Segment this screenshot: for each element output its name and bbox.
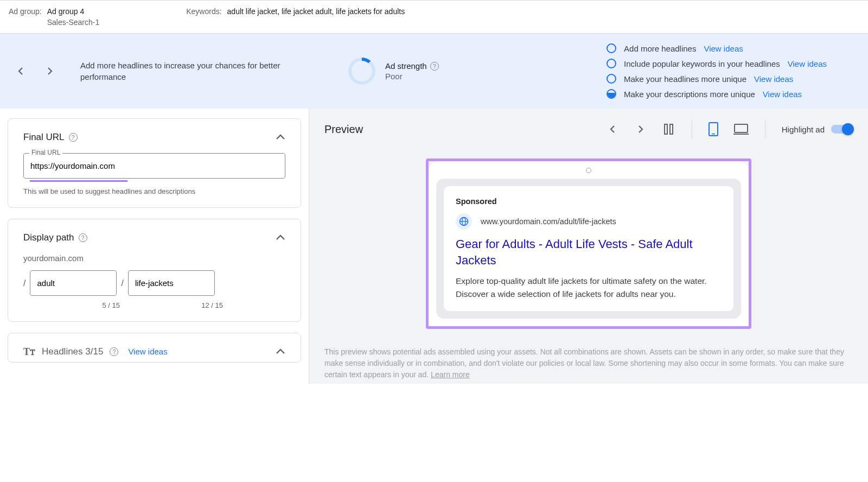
- strength-prev-button[interactable]: [14, 65, 27, 78]
- collapse-button[interactable]: [276, 345, 285, 358]
- help-icon[interactable]: ?: [110, 347, 118, 356]
- strength-value: Poor: [385, 72, 439, 81]
- globe-icon: [456, 213, 472, 230]
- keywords-value: adult life jacket, life jacket adult, li…: [227, 7, 405, 27]
- final-url-helper: This will be used to suggest headlines a…: [23, 187, 285, 195]
- suggestion-unique-headlines: Make your headlines more unique: [624, 74, 746, 84]
- top-info-bar: Ad group: Ad group 4 Sales-Search-1 Keyw…: [0, 0, 868, 33]
- sponsored-label: Sponsored: [456, 197, 722, 206]
- ad-preview-highlight: Sponsored www.yourdomain.com/adult/life-…: [426, 158, 751, 329]
- help-icon[interactable]: ?: [69, 133, 78, 142]
- preview-next-button[interactable]: [634, 123, 647, 136]
- text-icon: Tᴛ: [23, 346, 35, 358]
- preview-title: Preview: [324, 123, 363, 136]
- phone-frame: Sponsored www.yourdomain.com/adult/life-…: [429, 161, 749, 326]
- ad-description: Explore top-quality adult life jackets f…: [456, 275, 722, 300]
- strength-suggestions: Add more headlines View ideas Include po…: [607, 43, 859, 99]
- strength-ring-icon: [348, 58, 375, 85]
- highlight-ad-label: Highlight ad: [782, 125, 825, 134]
- left-form-panel: Final URL ? Final URL This will be used …: [0, 109, 309, 384]
- path-separator: /: [23, 278, 25, 288]
- collapse-button[interactable]: [276, 231, 285, 244]
- preview-panel: Preview: [309, 109, 868, 384]
- columns-icon[interactable]: [662, 123, 675, 136]
- display-path-card: Display path ? yourdomain.com / /: [8, 219, 301, 322]
- headlines-title: Headlines 3/15: [42, 346, 103, 357]
- status-circle-icon: [607, 43, 616, 53]
- path2-input[interactable]: [129, 271, 214, 295]
- view-ideas-link[interactable]: View ideas: [704, 44, 743, 53]
- path1-char-count: 5 / 15: [33, 301, 120, 309]
- strength-message: Add more headlines to increase your chan…: [75, 60, 303, 83]
- strength-label: Ad strength ?: [385, 61, 439, 71]
- collapse-button[interactable]: [276, 131, 285, 143]
- svg-rect-1: [712, 134, 715, 135]
- learn-more-link[interactable]: Learn more: [431, 370, 470, 379]
- svg-rect-3: [733, 134, 749, 135]
- view-ideas-link[interactable]: View ideas: [754, 74, 793, 84]
- svg-rect-2: [735, 124, 748, 132]
- ad-strength-panel: Add more headlines to increase your chan…: [0, 33, 868, 109]
- highlight-ad-toggle[interactable]: [831, 125, 853, 134]
- final-url-input[interactable]: [24, 154, 285, 178]
- mobile-device-button[interactable]: [709, 122, 718, 136]
- strength-next-button[interactable]: [43, 65, 56, 78]
- status-circle-icon: [607, 74, 616, 84]
- keywords-label: Keywords:: [186, 7, 221, 27]
- desktop-device-button[interactable]: [733, 123, 749, 135]
- headlines-view-ideas-link[interactable]: View ideas: [128, 347, 167, 356]
- ad-group-label: Ad group:: [9, 7, 42, 27]
- view-ideas-link[interactable]: View ideas: [788, 59, 827, 68]
- ad-group-name: Ad group 4: [47, 7, 100, 16]
- phone-camera-icon: [586, 168, 591, 173]
- preview-prev-button[interactable]: [606, 123, 619, 136]
- suggestion-popular-keywords: Include popular keywords in your headlin…: [624, 59, 780, 68]
- final-url-card: Final URL ? Final URL This will be used …: [8, 118, 301, 208]
- headlines-card: Tᴛ Headlines 3/15 ? View ideas: [8, 333, 301, 363]
- ad-display-url: www.yourdomain.com/adult/life-jackets: [481, 217, 616, 226]
- view-ideas-link[interactable]: View ideas: [763, 90, 802, 99]
- help-icon[interactable]: ?: [79, 233, 87, 242]
- help-icon[interactable]: ?: [430, 62, 439, 71]
- final-url-title: Final URL ?: [23, 132, 78, 143]
- ad-headline: Gear for Adults - Adult Life Vests - Saf…: [456, 236, 722, 268]
- preview-disclaimer: This preview shows potential ads assembl…: [324, 340, 853, 384]
- path-separator: /: [121, 278, 123, 288]
- suggestion-unique-descriptions: Make your descriptions more unique: [624, 90, 755, 99]
- status-circle-half-icon: [607, 89, 616, 99]
- suggestion-add-headlines: Add more headlines: [624, 44, 696, 53]
- highlight-underline: [30, 180, 127, 182]
- path1-input[interactable]: [30, 271, 116, 295]
- path2-char-count: 12 / 15: [136, 301, 223, 309]
- display-domain: yourdomain.com: [23, 253, 285, 263]
- campaign-name: Sales-Search-1: [47, 18, 100, 27]
- final-url-field-label: Final URL: [29, 149, 62, 156]
- display-path-title: Display path ?: [23, 232, 87, 243]
- status-circle-icon: [607, 59, 616, 68]
